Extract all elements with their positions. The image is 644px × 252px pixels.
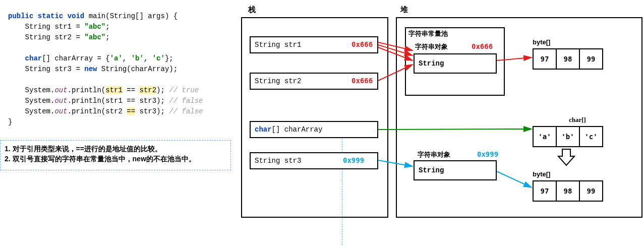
- svg-marker-0: [558, 149, 574, 165]
- array-cell: 97: [534, 49, 557, 69]
- strobj2-label: 字符串对象: [418, 150, 450, 159]
- addr-pool-string: 0x666: [472, 42, 493, 50]
- pool-string-obj: String: [414, 53, 497, 74]
- array-cell: 98: [557, 181, 580, 201]
- addr-heap-string: 0x999: [477, 150, 498, 158]
- big-down-arrow: [557, 148, 575, 168]
- array-cell: 98: [557, 49, 580, 69]
- heap-string-obj: String: [414, 160, 497, 180]
- array-cell: 'a': [534, 127, 557, 146]
- array-cell: 97: [534, 181, 557, 201]
- stack-var-text: char[] charArray: [255, 125, 322, 134]
- array-cell: 'c': [580, 127, 602, 146]
- char-array-label: char[]: [569, 116, 586, 124]
- array-cell: 'b': [557, 127, 580, 146]
- pool-label: 字符串常量池: [408, 29, 448, 38]
- stack-heading: 栈: [248, 5, 256, 15]
- stack-var-text: String str3: [255, 157, 301, 165]
- string-type: String: [419, 59, 444, 68]
- addr-str2: 0x666: [352, 77, 373, 85]
- byte-array-2: 97 98 99: [533, 180, 603, 202]
- stack-var-text: String str1: [255, 41, 301, 49]
- char-array: 'a' 'b' 'c': [533, 126, 603, 147]
- byte-array-1-label: byte[]: [533, 38, 550, 46]
- strobj1-label: 字符串对象: [415, 42, 448, 51]
- notes-box: 1. 对于引用类型来说，==进行的是地址值的比较。 2. 双引号直接写的字符串在…: [0, 140, 231, 170]
- addr-str3: 0x999: [343, 156, 364, 164]
- array-cell: 99: [580, 49, 602, 69]
- string-type: String: [419, 166, 444, 174]
- stack-var-chararray: char[] charArray: [250, 121, 378, 138]
- code-block: public static void main(String[] args) {…: [8, 11, 203, 128]
- byte-array-1: 97 98 99: [533, 48, 603, 70]
- array-cell: 99: [580, 181, 602, 201]
- byte-array-2-label: byte[]: [533, 170, 550, 178]
- heap-heading: 堆: [400, 5, 408, 15]
- note-2: 2. 双引号直接写的字符串在常量池当中，new的不在池当中。: [5, 155, 226, 164]
- note-1: 1. 对于引用类型来说，==进行的是地址值的比较。: [5, 145, 226, 154]
- addr-str1: 0x666: [352, 40, 373, 48]
- stack-var-text: String str2: [255, 77, 301, 85]
